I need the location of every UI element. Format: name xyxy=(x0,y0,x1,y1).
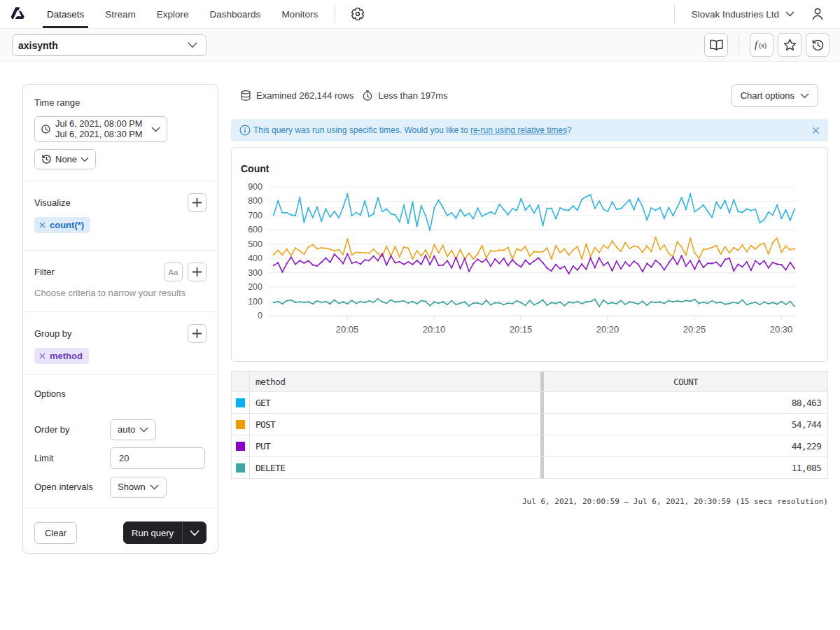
count-cell: 54,744 xyxy=(544,414,827,435)
chevron-down-icon xyxy=(150,484,159,490)
add-group-by-button[interactable] xyxy=(188,324,206,343)
count-column-header[interactable]: COUNT xyxy=(544,372,827,391)
time-range-selector[interactable]: Jul 6, 2021, 08:00 PM Jul 6, 2021, 08:30… xyxy=(34,116,167,142)
duration-stat: Less than 197ms xyxy=(363,90,447,101)
method-cell: PUT xyxy=(250,435,540,456)
method-column-header[interactable]: method xyxy=(250,372,540,391)
star-icon xyxy=(783,38,797,51)
granularity-selector[interactable]: None xyxy=(34,149,96,169)
method-cell: POST xyxy=(250,414,540,435)
filter-section: Filter Aa Choose criteria to narrow your… xyxy=(23,251,218,312)
series-swatch xyxy=(232,392,250,413)
group-by-pill[interactable]: method xyxy=(34,348,89,364)
chevron-down-icon xyxy=(800,93,809,99)
app-logo-icon[interactable] xyxy=(9,4,29,24)
docs-book-button[interactable] xyxy=(704,33,728,57)
filter-case-button[interactable]: Aa xyxy=(164,262,183,281)
visualize-section: Visualize count(*) xyxy=(23,181,218,251)
banner-close-icon[interactable] xyxy=(812,127,820,134)
nav-right-divider xyxy=(674,5,675,23)
filter-label: Filter xyxy=(34,267,55,277)
x-axis-label-20:15: 20:15 xyxy=(510,324,533,335)
table-header-row: method COUNT xyxy=(232,372,827,391)
visualize-pill[interactable]: count(*) xyxy=(34,217,90,233)
series-line-GET xyxy=(274,194,794,230)
nav-tab-explore[interactable]: Explore xyxy=(146,0,200,28)
chevron-down-icon xyxy=(785,11,794,17)
add-filter-button[interactable] xyxy=(188,262,206,281)
derived-column-button[interactable]: f (x) xyxy=(750,33,774,57)
results-table: method COUNT GET88,463POST54,744PUT44,22… xyxy=(231,371,828,479)
y-axis-label-300: 300 xyxy=(248,268,262,278)
org-switcher[interactable]: Slovak Industries Ltd xyxy=(692,9,794,20)
fx-function-icon: f (x) xyxy=(754,39,769,50)
line-chart[interactable]: 010020030040050060070080090020:0520:1020… xyxy=(232,148,827,361)
order-by-select[interactable]: auto xyxy=(110,419,156,440)
time-range-label: Time range xyxy=(34,97,206,108)
builder-actions: Clear Run query xyxy=(23,508,218,553)
org-name: Slovak Industries Ltd xyxy=(692,9,779,20)
chevron-down-icon xyxy=(80,157,89,162)
table-row-post[interactable]: POST54,744 xyxy=(232,413,827,435)
plus-icon xyxy=(192,267,202,277)
dataset-name: axisynth xyxy=(18,40,58,51)
top-nav: DatasetsStreamExploreDashboardsMonitors … xyxy=(0,0,840,29)
group-by-section: Group by method xyxy=(23,312,218,374)
count-cell: 44,229 xyxy=(544,435,827,456)
granularity-value: None xyxy=(55,154,77,164)
nav-tab-datasets[interactable]: Datasets xyxy=(36,0,94,28)
table-row-put[interactable]: PUT44,229 xyxy=(232,435,827,456)
options-section: Options Order by auto Limit Open interva… xyxy=(23,374,218,508)
nav-tab-dashboards[interactable]: Dashboards xyxy=(200,0,272,28)
limit-label: Limit xyxy=(34,453,110,463)
rerun-relative-times-link[interactable]: re-run using relative times xyxy=(470,125,567,135)
run-query-caret[interactable] xyxy=(182,522,206,544)
clock-icon xyxy=(41,125,50,134)
visualize-label: Visualize xyxy=(34,197,71,208)
method-cell: DELETE xyxy=(250,457,540,478)
open-book-icon xyxy=(710,39,723,51)
x-axis-label-20:10: 20:10 xyxy=(423,324,446,335)
user-account-icon[interactable] xyxy=(808,5,827,23)
stopwatch-icon xyxy=(363,90,372,101)
y-axis-label-600: 600 xyxy=(248,225,262,234)
open-intervals-select[interactable]: Shown xyxy=(110,477,167,498)
query-builder-panel: Time range Jul 6, 2021, 08:00 PM Jul 6, … xyxy=(22,84,218,554)
y-axis-label-400: 400 xyxy=(248,253,262,263)
dataset-toolbar: axisynth f (x) xyxy=(0,29,840,62)
chart-options-button[interactable]: Chart options xyxy=(732,84,818,107)
table-row-get[interactable]: GET88,463 xyxy=(232,391,827,413)
run-query-button[interactable]: Run query xyxy=(123,522,182,544)
dataset-selector[interactable]: axisynth xyxy=(12,34,206,56)
visualize-pill-label: count(*) xyxy=(50,220,84,230)
clear-button[interactable]: Clear xyxy=(34,522,77,544)
x-axis-label-20:05: 20:05 xyxy=(336,324,359,335)
chart-panel: Count 010020030040050060070080090020:052… xyxy=(231,147,828,362)
remove-x-icon[interactable] xyxy=(39,222,46,228)
history-button[interactable] xyxy=(806,33,830,57)
filter-hint: Choose criteria to narrow your results xyxy=(34,286,206,298)
options-label: Options xyxy=(34,388,206,399)
x-axis-label-20:20: 20:20 xyxy=(596,324,620,335)
plus-icon xyxy=(192,197,202,208)
toolbar-divider xyxy=(738,35,739,55)
chevron-down-icon xyxy=(151,127,160,132)
settings-gear-icon[interactable] xyxy=(349,5,367,23)
history-clock-icon xyxy=(41,154,52,164)
nav-tab-monitors[interactable]: Monitors xyxy=(271,0,328,28)
database-icon xyxy=(241,90,251,101)
time-range-section: Time range Jul 6, 2021, 08:00 PM Jul 6, … xyxy=(23,85,218,181)
open-intervals-label: Open intervals xyxy=(34,482,110,492)
add-visualize-button[interactable] xyxy=(188,193,206,212)
group-by-pill-label: method xyxy=(50,351,83,361)
remove-x-icon[interactable] xyxy=(39,353,46,359)
series-swatch xyxy=(232,435,250,456)
svg-text:(x): (x) xyxy=(759,41,766,49)
favorites-button[interactable] xyxy=(778,33,802,57)
table-row-delete[interactable]: DELETE11,085 xyxy=(232,456,827,478)
y-axis-label-0: 0 xyxy=(258,311,262,321)
primary-nav-tabs: DatasetsStreamExploreDashboardsMonitors xyxy=(36,0,328,28)
limit-input[interactable] xyxy=(110,447,205,469)
nav-tab-stream[interactable]: Stream xyxy=(94,0,146,28)
examined-rows-stat: Examined 262,144 rows xyxy=(241,90,354,101)
